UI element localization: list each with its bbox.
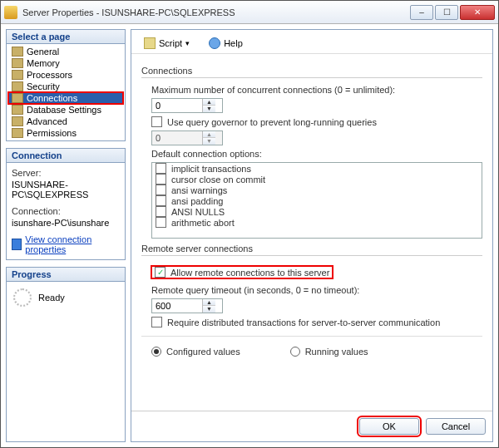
default-options-list[interactable]: implicit transactionscursor close on com…: [151, 162, 482, 239]
dialog-footer: OK Cancel: [131, 411, 492, 441]
max-conn-label: Maximum number of concurrent connections…: [151, 85, 482, 95]
sidebar-item-general[interactable]: General: [8, 46, 123, 57]
toolbar: Script ▾ Help: [131, 30, 492, 54]
page-icon: [12, 47, 23, 57]
ok-button[interactable]: OK: [359, 418, 419, 435]
help-label: Help: [224, 38, 243, 48]
minimize-button[interactable]: –: [410, 5, 433, 20]
connection-value: isunshare-PC\isunshare: [12, 218, 120, 228]
page-icon: [12, 70, 23, 80]
allow-remote-checkbox[interactable]: [155, 267, 166, 278]
qg-up: ▲: [203, 131, 215, 138]
page-icon: [12, 81, 23, 91]
allow-remote-row[interactable]: Allow remote connections to this server: [151, 266, 333, 278]
cancel-button[interactable]: Cancel: [426, 418, 486, 435]
close-button[interactable]: ✕: [460, 5, 495, 20]
main-content: Connections Maximum number of concurrent…: [131, 54, 492, 411]
require-dist-checkbox[interactable]: [151, 317, 162, 327]
default-opts-label: Default connection options:: [151, 149, 482, 159]
option-checkbox[interactable]: [156, 195, 166, 206]
running-values-radio-row[interactable]: Running values: [290, 347, 368, 357]
sidebar-item-label: Processors: [27, 70, 72, 80]
server-value: ISUNSHARE-PC\SQLEXPRESS: [12, 180, 120, 199]
page-icon: [12, 58, 23, 68]
allow-remote-label: Allow remote connections to this server: [170, 268, 329, 278]
sidebar-item-security[interactable]: Security: [8, 81, 123, 92]
remote-timeout-input[interactable]: [152, 299, 202, 313]
progress-panel: Progress Ready: [6, 267, 126, 442]
option-checkbox[interactable]: [156, 174, 166, 185]
window-icon: [4, 6, 17, 19]
require-dist-label: Require distributed transactions for ser…: [167, 318, 440, 327]
max-conn-field[interactable]: ▲▼: [151, 98, 223, 113]
page-icon: [12, 105, 23, 115]
connection-info-header: Connection: [7, 149, 125, 163]
option-label: cursor close on commit: [171, 175, 265, 185]
query-governor-label: Use query governor to prevent long-runni…: [167, 117, 377, 127]
rt-down[interactable]: ▼: [203, 306, 215, 313]
sidebar-item-processors[interactable]: Processors: [8, 69, 123, 81]
sidebar-item-database-settings[interactable]: Database Settings: [8, 104, 123, 116]
help-button[interactable]: Help: [203, 35, 249, 52]
sidebar-item-label: Advanced: [27, 116, 67, 126]
query-governor-input: [152, 131, 202, 145]
script-icon: [144, 37, 156, 49]
option-checkbox[interactable]: [156, 206, 166, 217]
option-checkbox[interactable]: [156, 217, 166, 228]
sidebar-item-label: Connections: [27, 93, 77, 103]
option-label: arithmetic abort: [171, 218, 235, 228]
connections-group-title: Connections: [141, 66, 482, 78]
titlebar[interactable]: Server Properties - ISUNSHARE-PC\SQLEXPR…: [1, 1, 498, 24]
configured-values-radio[interactable]: [151, 347, 161, 357]
remote-group-title: Remote server connections: [141, 244, 482, 256]
page-selector-panel: Select a page GeneralMemoryProcessorsSec…: [6, 29, 126, 141]
option-label: ansi padding: [171, 196, 223, 206]
sidebar-item-permissions[interactable]: Permissions: [8, 127, 123, 139]
page-icon: [12, 116, 23, 126]
progress-spinner-icon: [13, 288, 32, 307]
default-option-item[interactable]: arithmetic abort: [152, 217, 482, 228]
script-label: Script: [159, 38, 182, 48]
script-button[interactable]: Script ▾: [138, 35, 198, 52]
sidebar-item-label: Permissions: [27, 128, 77, 138]
remote-timeout-field[interactable]: ▲▼: [151, 298, 223, 313]
sidebar-item-label: General: [27, 47, 59, 57]
query-governor-checkbox-row[interactable]: Use query governor to prevent long-runni…: [151, 116, 482, 127]
rt-up[interactable]: ▲: [203, 299, 215, 306]
chevron-down-icon: ▾: [185, 39, 192, 47]
sidebar-item-connections[interactable]: Connections: [8, 92, 123, 104]
default-option-item[interactable]: implicit transactions: [152, 163, 482, 174]
progress-status: Ready: [38, 293, 65, 303]
sidebar-item-advanced[interactable]: Advanced: [8, 116, 123, 127]
window-title: Server Properties - ISUNSHARE-PC\SQLEXPR…: [22, 7, 408, 17]
query-governor-checkbox[interactable]: [151, 116, 162, 127]
configured-values-radio-row[interactable]: Configured values: [151, 347, 240, 357]
option-label: ansi warnings: [171, 185, 227, 195]
page-icon: [12, 93, 23, 103]
page-icon: [12, 128, 23, 138]
require-dist-row[interactable]: Require distributed transactions for ser…: [151, 317, 482, 327]
maximize-button[interactable]: ☐: [435, 5, 458, 20]
running-values-radio[interactable]: [290, 347, 300, 357]
server-label: Server:: [12, 168, 120, 178]
option-label: ANSI NULLS: [171, 207, 225, 217]
remote-timeout-label: Remote query timeout (in seconds, 0 = no…: [151, 285, 482, 295]
default-option-item[interactable]: ansi warnings: [152, 185, 482, 195]
connection-label: Connection:: [12, 206, 120, 216]
default-option-item[interactable]: cursor close on commit: [152, 174, 482, 185]
configured-values-label: Configured values: [166, 347, 240, 357]
max-conn-down[interactable]: ▼: [203, 106, 215, 112]
connection-info-panel: Connection Server: ISUNSHARE-PC\SQLEXPRE…: [6, 148, 126, 260]
view-connection-properties-link[interactable]: View connection properties: [25, 234, 120, 254]
option-checkbox[interactable]: [156, 163, 166, 174]
query-governor-field: ▲▼: [151, 130, 223, 145]
option-checkbox[interactable]: [156, 185, 166, 195]
default-option-item[interactable]: ansi padding: [152, 195, 482, 206]
sidebar-item-label: Memory: [27, 58, 60, 68]
default-option-item[interactable]: ANSI NULLS: [152, 206, 482, 217]
link-icon: [12, 239, 22, 250]
sidebar-item-memory[interactable]: Memory: [8, 57, 123, 69]
max-conn-up[interactable]: ▲: [203, 99, 215, 106]
max-conn-input[interactable]: [152, 99, 202, 112]
running-values-label: Running values: [305, 347, 368, 357]
